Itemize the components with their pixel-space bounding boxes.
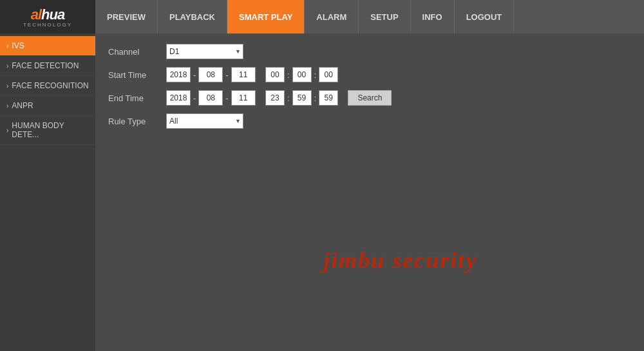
channel-label: Channel [108, 47, 166, 57]
chevron-right-icon: › [6, 62, 8, 70]
end-time-row: End Time - - : : Search [108, 90, 631, 106]
sidebar-label-face-detection: FACE DETECTION [12, 61, 79, 70]
chevron-right-icon: › [6, 102, 8, 109]
sidebar-label-face-recognition: FACE RECOGNITION [12, 81, 88, 90]
nav-logout[interactable]: LOGOUT [455, 0, 515, 33]
end-day-input[interactable] [231, 90, 256, 106]
start-day-input[interactable] [231, 67, 256, 82]
start-time-row: Start Time - - : : [108, 67, 631, 82]
sep4: : [314, 70, 317, 80]
sep6: - [225, 93, 228, 103]
channel-row: Channel D1 [108, 44, 631, 59]
channel-select-wrapper: D1 [166, 44, 243, 59]
sep8: : [314, 93, 317, 103]
start-time-label: Start Time [108, 70, 166, 80]
sidebar-label-anpr: ANPR [12, 101, 33, 110]
end-year-input[interactable] [166, 90, 191, 106]
sep1: - [193, 70, 196, 80]
sep7: : [287, 93, 290, 103]
chevron-right-icon: › [6, 82, 8, 90]
rule-type-control: All Tripwire Intrusion Abandoned Object … [166, 113, 243, 129]
sidebar-item-ivs[interactable]: › IVS [0, 36, 95, 56]
end-sec-input[interactable] [319, 90, 338, 106]
end-time-control: - - : : Search [166, 90, 392, 106]
sidebar-item-face-recognition[interactable]: › FACE RECOGNITION [0, 76, 95, 96]
start-hour-input[interactable] [265, 67, 285, 82]
end-min-input[interactable] [292, 90, 312, 106]
main-layout: › IVS › FACE DETECTION › FACE RECOGNITIO… [0, 33, 644, 351]
start-year-input[interactable] [166, 67, 191, 82]
sidebar-label-human-body: HUMAN BODY DETE... [12, 121, 89, 139]
sidebar-item-human-body[interactable]: › HUMAN BODY DETE... [0, 116, 95, 145]
chevron-right-icon: › [6, 127, 8, 134]
start-min-input[interactable] [292, 67, 312, 82]
sidebar-item-face-detection[interactable]: › FACE DETECTION [0, 56, 95, 76]
nav-preview[interactable]: PREVIEW [95, 0, 158, 33]
start-month-input[interactable] [198, 67, 223, 82]
start-sec-input[interactable] [319, 67, 338, 82]
channel-control: D1 [166, 44, 243, 59]
logo-part1: al [31, 6, 41, 23]
rule-type-select-wrapper: All Tripwire Intrusion Abandoned Object … [166, 113, 243, 129]
rule-type-label: Rule Type [108, 117, 166, 126]
watermark: jimbu security [323, 247, 477, 274]
logo-part2: hua [41, 6, 64, 23]
nav-info[interactable]: INFO [411, 0, 455, 33]
sep3: : [287, 70, 290, 80]
chevron-right-icon: › [6, 43, 8, 50]
channel-select[interactable]: D1 [166, 44, 243, 59]
content-area: Channel D1 Start Time - - : [95, 33, 644, 351]
logo-sub: TECHNOLOGY [23, 22, 72, 28]
start-time-control: - - : : [166, 67, 338, 82]
logo-text: alhua [31, 6, 64, 23]
sidebar: › IVS › FACE DETECTION › FACE RECOGNITIO… [0, 33, 95, 351]
nav-bar: PREVIEW PLAYBACK SMART PLAY ALARM SETUP … [95, 0, 644, 33]
nav-alarm[interactable]: ALARM [305, 0, 359, 33]
rule-type-select[interactable]: All Tripwire Intrusion Abandoned Object … [166, 113, 243, 129]
nav-playback[interactable]: PLAYBACK [158, 0, 227, 33]
nav-smartplay[interactable]: SMART PLAY [227, 0, 305, 33]
end-hour-input[interactable] [265, 90, 285, 106]
sep5: - [193, 93, 196, 103]
search-button[interactable]: Search [348, 90, 392, 106]
rule-type-row: Rule Type All Tripwire Intrusion Abandon… [108, 113, 631, 129]
nav-setup[interactable]: SETUP [359, 0, 410, 33]
end-month-input[interactable] [198, 90, 223, 106]
sidebar-label-ivs: IVS [12, 41, 24, 50]
header: alhua TECHNOLOGY PREVIEW PLAYBACK SMART … [0, 0, 644, 33]
end-time-label: End Time [108, 93, 166, 103]
logo: alhua TECHNOLOGY [0, 0, 95, 33]
sep2: - [225, 70, 228, 80]
sidebar-item-anpr[interactable]: › ANPR [0, 96, 95, 116]
